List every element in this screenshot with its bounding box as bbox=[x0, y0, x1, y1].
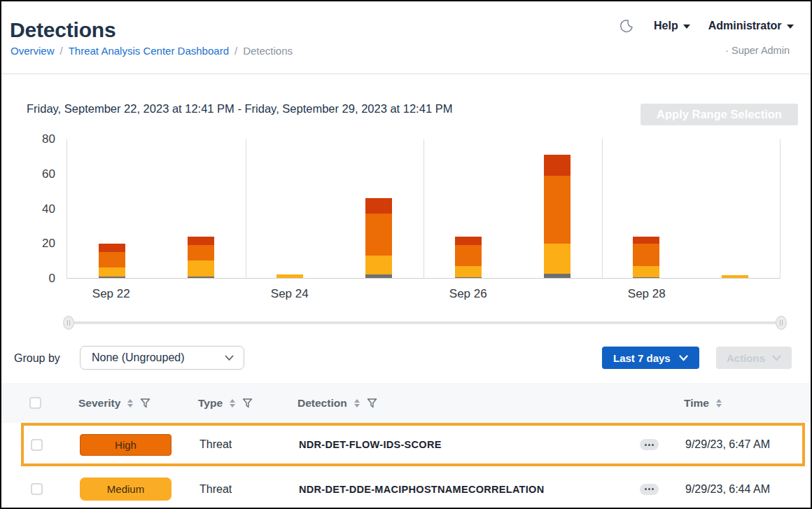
sort-icon[interactable] bbox=[127, 399, 133, 407]
bar-segment-critical bbox=[455, 237, 482, 245]
bar-segment-low bbox=[99, 277, 125, 278]
filter-icon[interactable] bbox=[367, 398, 377, 408]
filter-icon[interactable] bbox=[140, 398, 150, 408]
time-cell: 9/29/23, 6:44 AM bbox=[685, 468, 770, 509]
chart-y-axis: 806040200 bbox=[28, 139, 61, 279]
page-title: Detections bbox=[10, 18, 115, 42]
severity-badge-high: High bbox=[80, 434, 172, 456]
bar-segment-medium bbox=[99, 267, 125, 276]
type-cell: Threat bbox=[200, 426, 232, 463]
date-range-label: Friday, September 22, 2023 at 12:41 PM -… bbox=[27, 102, 452, 116]
bar-segment-high bbox=[544, 176, 570, 244]
bar-segment-high bbox=[633, 244, 659, 266]
column-header-severity: Severity bbox=[78, 383, 150, 423]
detections-page: Detections Overview / Threat Analysis Ce… bbox=[0, 0, 812, 509]
bar-segment-medium bbox=[633, 266, 659, 277]
grip-icon bbox=[67, 320, 70, 326]
column-label: Detection bbox=[298, 397, 347, 410]
actions-label: Actions bbox=[727, 352, 765, 364]
bar-segment-critical bbox=[544, 155, 570, 176]
select-all-cell bbox=[29, 383, 41, 423]
sort-icon[interactable] bbox=[354, 399, 360, 407]
bar-segment-critical bbox=[633, 237, 659, 244]
help-menu[interactable]: Help bbox=[654, 20, 690, 32]
bar-slot bbox=[424, 139, 512, 278]
select-all-checkbox[interactable] bbox=[29, 397, 41, 409]
detection-value: NDR-DET-DDE-MACIPHOSTNAMECORRELATION bbox=[299, 484, 544, 495]
sort-icon[interactable] bbox=[716, 399, 722, 407]
grip-icon bbox=[780, 320, 783, 326]
user-menu[interactable]: Administrator bbox=[708, 20, 794, 32]
group-by-label: Group by bbox=[14, 352, 60, 365]
severity-badge-medium: Medium bbox=[80, 477, 172, 501]
bar-segment-high bbox=[365, 214, 392, 255]
row-actions-cell bbox=[640, 468, 659, 509]
detection-cell: NDR-DET-FLOW-IDS-SCORE bbox=[299, 426, 442, 463]
breadcrumb: Overview / Threat Analysis Center Dashbo… bbox=[10, 45, 293, 57]
bar-segment-high bbox=[99, 252, 125, 267]
type-cell: Threat bbox=[200, 468, 232, 509]
bar-segment-high bbox=[188, 245, 214, 260]
time-value: 9/29/23, 6:44 AM bbox=[685, 483, 770, 496]
slider-handle-right[interactable] bbox=[776, 316, 787, 330]
dark-mode-toggle[interactable] bbox=[617, 17, 636, 35]
stacked-bar-sep-29[interactable] bbox=[722, 139, 748, 278]
x-tick-label bbox=[692, 287, 781, 301]
stacked-bar-sep-24[interactable] bbox=[276, 139, 303, 278]
bar-segment-medium bbox=[455, 266, 482, 277]
apply-range-selection-button[interactable]: Apply Range Selection bbox=[640, 104, 798, 125]
stacked-bar-sep-27[interactable] bbox=[544, 139, 570, 278]
bar-segment-low bbox=[633, 277, 659, 278]
bar-segment-low bbox=[544, 274, 570, 278]
sort-icon[interactable] bbox=[230, 399, 235, 407]
breadcrumb-link-overview[interactable]: Overview bbox=[10, 45, 55, 57]
filter-icon[interactable] bbox=[242, 398, 253, 408]
detections-chart[interactable] bbox=[66, 139, 780, 279]
table-row-highlighted[interactable]: High Threat NDR-DET-FLOW-IDS-SCORE 9/29/… bbox=[21, 423, 805, 466]
moon-icon bbox=[619, 18, 634, 34]
bar-segment-low bbox=[188, 277, 214, 278]
column-header-time: Time bbox=[684, 383, 722, 423]
row-checkbox[interactable] bbox=[31, 483, 43, 495]
group-by-select[interactable]: None (Ungrouped) bbox=[80, 346, 244, 370]
time-cell: 9/29/23, 6:47 AM bbox=[685, 426, 770, 463]
stacked-bar-sep-25[interactable] bbox=[365, 139, 392, 278]
user-role-label: · Super Admin bbox=[725, 45, 790, 56]
time-range-button[interactable]: Last 7 days bbox=[602, 347, 699, 369]
y-tick-label: 60 bbox=[42, 167, 55, 181]
breadcrumb-link-tac-dashboard[interactable]: Threat Analysis Center Dashboard bbox=[69, 45, 229, 57]
x-tick-label bbox=[335, 287, 424, 301]
chart-range-slider[interactable] bbox=[63, 315, 787, 330]
group-by-value: None (Ungrouped) bbox=[92, 351, 225, 364]
column-header-detection: Detection bbox=[298, 383, 377, 423]
slider-handle-left[interactable] bbox=[63, 316, 74, 330]
bar-segment-critical bbox=[188, 237, 214, 245]
bar-slot bbox=[67, 139, 156, 278]
actions-button[interactable]: Actions bbox=[716, 347, 792, 369]
chevron-down-icon bbox=[225, 355, 234, 361]
y-tick-label: 20 bbox=[42, 237, 55, 251]
chevron-down-icon bbox=[683, 25, 690, 29]
stacked-bar-sep-23[interactable] bbox=[188, 139, 214, 278]
table-header: Severity Type Detection Time bbox=[1, 383, 811, 423]
x-tick-label bbox=[156, 287, 246, 301]
stacked-bar-sep-28[interactable] bbox=[633, 139, 659, 278]
stacked-bar-sep-26[interactable] bbox=[455, 139, 482, 278]
row-checkbox[interactable] bbox=[31, 439, 43, 451]
ellipsis-menu-button[interactable] bbox=[640, 484, 659, 495]
breadcrumb-separator: / bbox=[60, 45, 63, 57]
bar-segment-medium bbox=[365, 256, 392, 274]
chevron-down-icon bbox=[679, 355, 688, 361]
bar-segment-medium bbox=[722, 275, 748, 278]
y-tick-label: 80 bbox=[42, 132, 55, 146]
column-label: Severity bbox=[78, 397, 120, 410]
column-label: Time bbox=[684, 397, 709, 410]
user-menu-label: Administrator bbox=[708, 20, 782, 32]
type-value: Threat bbox=[200, 438, 232, 451]
table-row[interactable]: Medium Threat NDR-DET-DDE-MACIPHOSTNAMEC… bbox=[3, 468, 809, 509]
severity-cell: High bbox=[80, 426, 172, 463]
stacked-bar-sep-22[interactable] bbox=[99, 139, 125, 278]
bar-slot bbox=[602, 139, 691, 278]
ellipsis-menu-button[interactable] bbox=[640, 439, 659, 450]
slider-track bbox=[69, 321, 781, 324]
